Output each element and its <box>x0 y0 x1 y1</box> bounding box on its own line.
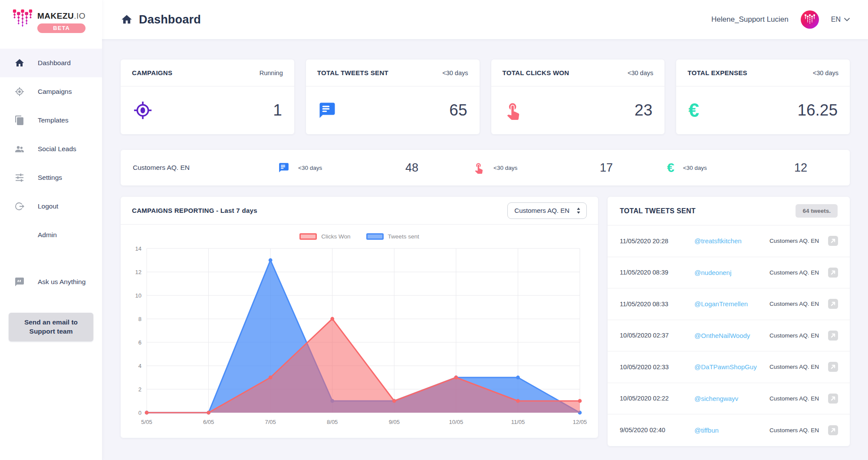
card-title: TOTAL TWEETS SENT <box>317 69 388 76</box>
card-period: Running <box>260 69 283 76</box>
tweet-campaign: Customers AQ. EN <box>769 332 819 339</box>
sidebar-item-settings[interactable]: Settings <box>0 163 102 192</box>
svg-text:0: 0 <box>138 410 141 416</box>
tweet-handle-link[interactable]: @treatsftkitchen <box>694 237 769 245</box>
tweet-handle-link[interactable]: @LoganTremellen <box>694 300 769 308</box>
chart-title: CAMPAIGNS REPORTING - Last 7 days <box>132 207 257 214</box>
tweet-datetime: 10/05/2020 02:37 <box>620 332 694 339</box>
language-selector[interactable]: EN <box>831 16 850 23</box>
card-title: TOTAL EXPENSES <box>687 69 747 76</box>
logout-icon <box>14 201 25 212</box>
sidebar-item-label: Ask us Anything <box>38 278 85 286</box>
card-title: TOTAL CLICKS WON <box>503 69 569 76</box>
sidebar-item-templates[interactable]: Templates <box>0 106 102 135</box>
stat-cards-row: CAMPAIGNS Running 1 TOTAL TWEETS SENT <3… <box>121 60 850 134</box>
sidebar-item-label: Admin <box>38 231 57 239</box>
tweet-campaign: Customers AQ. EN <box>769 364 819 370</box>
svg-text:6: 6 <box>138 339 141 346</box>
open-tweet-icon[interactable] <box>828 330 838 341</box>
sidebar-item-campaigns[interactable]: Campaigns <box>0 77 102 106</box>
legend-swatch-red <box>299 233 317 240</box>
sidebar-item-label: Social Leads <box>38 145 76 153</box>
tweet-row: 10/05/2020 02:22@sichengwayvCustomers AQ… <box>608 383 850 415</box>
card-period: <30 days <box>813 69 838 76</box>
beta-badge: BETA <box>37 23 85 33</box>
campaign-name: Customers AQ. EN <box>133 164 254 172</box>
line-area-chart[interactable]: 024681012145/056/057/058/059/0510/0511/0… <box>121 241 598 432</box>
tweet-handle-link[interactable]: @OntheNailWoody <box>694 332 769 339</box>
avatar[interactable] <box>801 10 819 29</box>
sidebar-item-social-leads[interactable]: Social Leads <box>0 135 102 163</box>
open-tweet-icon[interactable] <box>828 267 838 278</box>
svg-text:10/05: 10/05 <box>449 419 464 425</box>
card-value: 23 <box>635 101 652 119</box>
sidebar-item-label: Settings <box>38 174 62 182</box>
metric-period: <30 days <box>298 165 322 171</box>
total-expenses-card: TOTAL EXPENSES <30 days € 16.25 <box>676 60 850 134</box>
sidebar-nav: Dashboard Campaigns Templates Social Lea… <box>0 49 102 296</box>
svg-text:11/05: 11/05 <box>511 419 525 425</box>
svg-text:9/05: 9/05 <box>389 419 400 425</box>
campaigns-reporting-card: CAMPAIGNS REPORTING - Last 7 days Custom… <box>121 197 598 438</box>
open-tweet-icon[interactable] <box>828 425 838 436</box>
tweet-datetime: 10/05/2020 02:33 <box>620 364 694 371</box>
target-icon <box>14 86 25 97</box>
card-value: 65 <box>449 101 467 119</box>
home-icon <box>121 13 133 26</box>
legend-clicks-won: Clicks Won <box>299 233 350 240</box>
card-value: 1 <box>273 101 282 119</box>
tweet-datetime: 9/05/2020 02:40 <box>620 427 694 434</box>
language-label: EN <box>831 16 841 23</box>
tweet-campaign: Customers AQ. EN <box>769 238 819 244</box>
clicks-metric: <30 days 17 <box>449 161 643 175</box>
card-period: <30 days <box>628 69 653 76</box>
tweet-row: 10/05/2020 02:37@OntheNailWoodyCustomers… <box>608 320 850 352</box>
svg-text:12: 12 <box>135 269 141 275</box>
svg-text:10: 10 <box>135 292 141 299</box>
svg-text:14: 14 <box>135 245 141 252</box>
svg-text:4: 4 <box>138 363 141 369</box>
svg-text:2: 2 <box>138 386 141 393</box>
tweet-handle-link[interactable]: @tiffbun <box>694 427 769 434</box>
tweet-row: 11/05/2020 08:39@nudeonenjCustomers AQ. … <box>608 257 850 289</box>
campaign-select[interactable]: Customers AQ. EN <box>507 202 587 219</box>
card-title: CAMPAIGNS <box>132 69 172 76</box>
campaigns-card: CAMPAIGNS Running 1 <box>121 60 294 134</box>
card-period: <30 days <box>442 69 468 76</box>
svg-text:8/05: 8/05 <box>327 419 338 425</box>
support-email-button[interactable]: Send an email to Support team <box>9 313 93 341</box>
metric-period: <30 days <box>683 165 707 171</box>
campaign-select-value: Customers AQ. EN <box>514 207 569 214</box>
total-tweets-panel: TOTAL TWEETS SENT 64 tweets. 11/05/2020 … <box>608 197 850 446</box>
tweet-handle-link[interactable]: @nudeonenj <box>694 269 769 276</box>
tweet-campaign: Customers AQ. EN <box>769 301 819 307</box>
sidebar-item-admin[interactable]: Admin <box>0 221 102 249</box>
select-spinner-icon <box>576 207 581 214</box>
target-icon <box>133 100 153 120</box>
sidebar-item-label: Logout <box>38 202 58 210</box>
tweet-list: 11/05/2020 20:28@treatsftkitchenCustomer… <box>608 225 850 446</box>
expenses-metric: € <30 days 12 <box>643 161 838 175</box>
euro-icon: € <box>667 161 674 174</box>
sidebar-item-dashboard[interactable]: Dashboard <box>0 49 102 77</box>
svg-text:8: 8 <box>138 316 141 322</box>
message-icon <box>318 101 336 119</box>
tweet-handle-link[interactable]: @DaTPawnShopGuy <box>694 363 769 371</box>
tweet-handle-link[interactable]: @sichengwayv <box>694 395 769 402</box>
legend-label: Clicks Won <box>321 233 350 240</box>
sidebar-item-label: Templates <box>38 116 69 124</box>
open-tweet-icon[interactable] <box>828 361 838 372</box>
open-tweet-icon[interactable] <box>828 298 838 309</box>
card-value: 16.25 <box>797 101 838 119</box>
brand-logo[interactable]: MAKEZU.IO BETA <box>0 0 102 45</box>
sidebar-item-label: Campaigns <box>38 88 72 96</box>
brand-name: MAKEZU.IO <box>37 11 85 21</box>
tweet-datetime: 11/05/2020 08:39 <box>620 269 694 276</box>
sidebar-item-logout[interactable]: Logout <box>0 192 102 221</box>
open-tweet-icon[interactable] <box>828 235 838 246</box>
tweet-datetime: 11/05/2020 08:33 <box>620 301 694 308</box>
tweet-row: 11/05/2020 20:28@treatsftkitchenCustomer… <box>608 225 850 257</box>
sidebar-item-ask-us-anything[interactable]: Ask us Anything <box>0 268 102 296</box>
campaign-summary-row: Customers AQ. EN <30 days 48 <30 days 17… <box>121 150 850 185</box>
open-tweet-icon[interactable] <box>828 393 838 404</box>
